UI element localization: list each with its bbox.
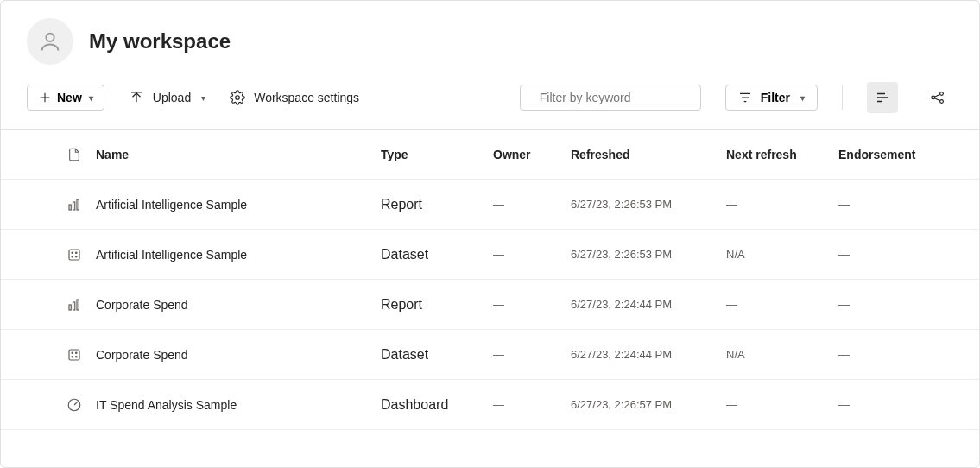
- toolbar: New ▾ Upload ▾ Workspace settings Filter…: [1, 73, 979, 130]
- item-next-refresh: —: [726, 398, 838, 411]
- page-title: My workspace: [89, 29, 231, 54]
- avatar: [27, 18, 73, 65]
- item-endorsement: —: [838, 398, 979, 411]
- item-owner: —: [493, 298, 571, 311]
- item-owner: —: [493, 398, 571, 411]
- item-owner: —: [493, 198, 571, 211]
- table-row[interactable]: Artificial Intelligence SampleDataset—6/…: [1, 230, 979, 280]
- dashboard-icon: [53, 397, 96, 413]
- filter-icon: [738, 91, 752, 104]
- item-endorsement: —: [838, 198, 979, 211]
- item-next-refresh: N/A: [726, 348, 838, 361]
- col-name[interactable]: Name: [96, 148, 381, 161]
- item-refreshed: 6/27/23, 2:26:53 PM: [571, 248, 726, 261]
- search-input[interactable]: [540, 91, 691, 104]
- item-refreshed: 6/27/23, 2:26:53 PM: [571, 198, 726, 211]
- filter-button[interactable]: Filter ▾: [725, 85, 818, 111]
- upload-button-label: Upload: [153, 91, 191, 104]
- item-name[interactable]: IT Spend Analysis Sample: [96, 398, 381, 412]
- svg-point-11: [76, 252, 78, 254]
- col-endorsement[interactable]: Endorsement: [838, 148, 979, 161]
- upload-icon: [129, 90, 144, 105]
- person-icon: [38, 29, 62, 54]
- svg-point-1: [236, 96, 240, 100]
- svg-rect-7: [73, 202, 75, 210]
- item-next-refresh: —: [726, 198, 838, 211]
- svg-rect-9: [69, 250, 79, 260]
- chevron-down-icon: ▾: [800, 93, 805, 103]
- item-endorsement: —: [838, 298, 979, 311]
- plus-icon: [38, 91, 52, 104]
- table-row[interactable]: IT Spend Analysis SampleDashboard—6/27/2…: [1, 380, 979, 430]
- svg-point-20: [72, 356, 73, 357]
- item-refreshed: 6/27/23, 2:26:57 PM: [571, 398, 726, 411]
- svg-point-0: [46, 34, 54, 41]
- svg-rect-8: [77, 199, 79, 210]
- table-row[interactable]: Artificial Intelligence SampleReport—6/2…: [1, 180, 979, 230]
- item-type: Dataset: [381, 247, 493, 262]
- lineage-icon: [930, 90, 945, 105]
- svg-point-4: [940, 92, 944, 96]
- item-owner: —: [493, 248, 571, 261]
- svg-rect-15: [73, 302, 75, 310]
- chevron-down-icon: ▾: [201, 93, 205, 103]
- svg-point-5: [940, 100, 944, 104]
- svg-point-12: [72, 256, 73, 257]
- item-name[interactable]: Corporate Spend: [96, 298, 381, 312]
- item-endorsement: —: [838, 248, 979, 261]
- dataset-icon: [53, 347, 96, 363]
- svg-rect-14: [69, 305, 71, 310]
- item-owner: —: [493, 348, 571, 361]
- svg-rect-6: [69, 205, 71, 210]
- report-icon: [53, 297, 96, 313]
- report-icon: [53, 197, 96, 212]
- item-name[interactable]: Artificial Intelligence Sample: [96, 198, 381, 212]
- dataset-icon: [53, 247, 96, 262]
- item-type: Report: [381, 297, 493, 313]
- lineage-view-button[interactable]: [922, 82, 953, 113]
- new-button-label: New: [57, 91, 82, 104]
- table-header: Name Type Owner Refreshed Next refresh E…: [1, 130, 979, 180]
- item-refreshed: 6/27/23, 2:24:44 PM: [571, 298, 726, 311]
- svg-point-3: [932, 96, 935, 99]
- svg-point-21: [76, 356, 78, 357]
- workspace-settings-label: Workspace settings: [254, 91, 359, 104]
- table-row[interactable]: Corporate SpendReport—6/27/23, 2:24:44 P…: [1, 280, 979, 330]
- svg-rect-16: [77, 300, 79, 310]
- search-input-wrapper[interactable]: [520, 85, 701, 111]
- svg-rect-17: [69, 350, 79, 360]
- file-icon: [67, 147, 81, 162]
- workspace-header: My workspace: [1, 1, 979, 73]
- svg-point-13: [76, 256, 78, 257]
- svg-point-19: [76, 352, 78, 354]
- workspace-settings-button[interactable]: Workspace settings: [230, 90, 359, 105]
- new-button[interactable]: New ▾: [27, 85, 104, 111]
- item-refreshed: 6/27/23, 2:24:44 PM: [571, 348, 726, 361]
- list-view-button[interactable]: [867, 82, 898, 113]
- item-type: Dataset: [381, 347, 493, 363]
- svg-point-18: [72, 352, 73, 354]
- chevron-down-icon: ▾: [89, 93, 93, 103]
- list-icon: [875, 90, 890, 105]
- item-name[interactable]: Artificial Intelligence Sample: [96, 248, 381, 262]
- gear-icon: [230, 90, 245, 105]
- col-refreshed[interactable]: Refreshed: [571, 148, 726, 161]
- col-next-refresh[interactable]: Next refresh: [726, 148, 838, 161]
- item-name[interactable]: Corporate Spend: [96, 348, 381, 362]
- content-table: Name Type Owner Refreshed Next refresh E…: [1, 130, 979, 430]
- item-next-refresh: N/A: [726, 248, 838, 261]
- toolbar-divider: [842, 85, 843, 110]
- item-next-refresh: —: [726, 298, 838, 311]
- item-type: Dashboard: [381, 397, 493, 413]
- filter-button-label: Filter: [761, 91, 790, 104]
- table-row[interactable]: Corporate SpendDataset—6/27/23, 2:24:44 …: [1, 330, 979, 380]
- item-type: Report: [381, 197, 493, 212]
- col-type[interactable]: Type: [381, 148, 493, 161]
- col-owner[interactable]: Owner: [493, 148, 571, 161]
- item-endorsement: —: [838, 348, 979, 361]
- upload-button[interactable]: Upload ▾: [129, 90, 205, 105]
- svg-point-10: [72, 252, 73, 254]
